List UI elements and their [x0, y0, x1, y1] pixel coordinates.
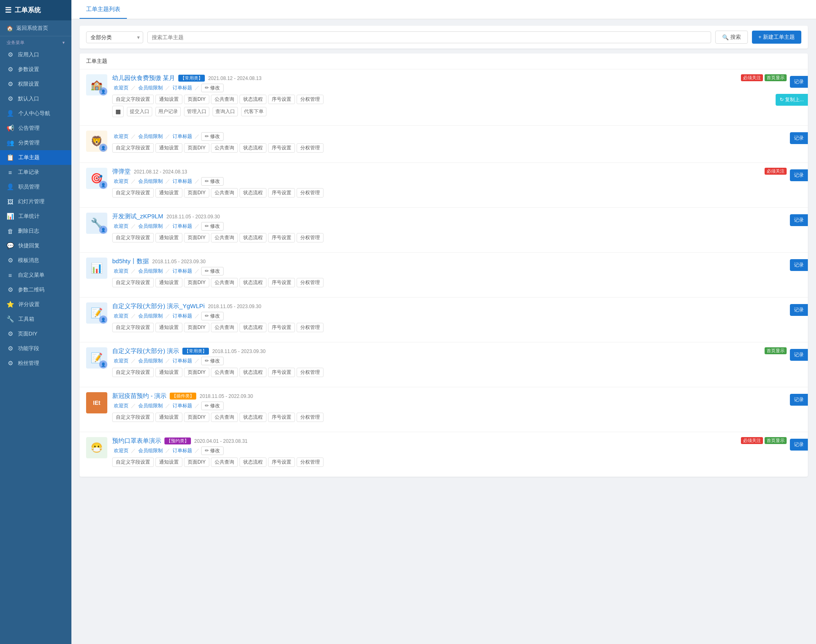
action-link[interactable]: 会员组限制 — [137, 177, 164, 186]
action-link[interactable]: 会员组限制 — [137, 312, 164, 320]
setting-btn[interactable]: 分权管理 — [297, 323, 324, 332]
sidebar-item-permission-settings[interactable]: ⚙权限设置 — [0, 77, 71, 91]
setting-btn[interactable]: 自定义字段设置 — [112, 413, 154, 422]
setting-btn[interactable]: 序号设置 — [268, 457, 295, 467]
setting-btn[interactable]: 序号设置 — [268, 95, 295, 104]
setting-btn[interactable]: 公共查询 — [211, 278, 238, 287]
sidebar-item-app-entry[interactable]: ⚙应用入口 — [0, 47, 71, 62]
topic-title[interactable]: 开发测试_zKP9LM — [112, 213, 163, 220]
setting-btn[interactable]: 公共查询 — [211, 188, 238, 198]
setting-btn[interactable]: 页面DIY — [184, 143, 209, 153]
setting-btn[interactable]: 自定义字段设置 — [112, 457, 154, 467]
sidebar-item-staff-mgmt[interactable]: 👤职员管理 — [0, 180, 71, 194]
action-link[interactable]: 订单标题 — [171, 222, 194, 231]
setting-btn[interactable]: 页面DIY — [184, 95, 209, 104]
action-link[interactable]: 会员组限制 — [137, 446, 164, 455]
action-link[interactable]: 订单标题 — [171, 267, 194, 275]
record-button[interactable]: 记录 — [790, 394, 808, 406]
record-button[interactable]: 记录 — [790, 304, 808, 316]
record-button[interactable]: 记录 — [790, 76, 808, 88]
setting-btn[interactable]: 状态流程 — [239, 188, 266, 198]
topic-title[interactable]: 预约口罩表单演示 — [112, 437, 161, 445]
topic-title[interactable]: 幼儿园伙食费预缴 某月 — [112, 74, 175, 82]
setting-btn[interactable]: 序号设置 — [268, 143, 295, 153]
action-link[interactable]: 欢迎页 — [112, 312, 130, 320]
setting-btn[interactable]: 页面DIY — [184, 323, 209, 332]
setting-btn[interactable]: 状态流程 — [239, 278, 266, 287]
action-link[interactable]: 订单标题 — [171, 177, 194, 186]
bottom-link[interactable]: 用户记录 — [155, 107, 181, 116]
setting-btn[interactable]: 分权管理 — [297, 233, 324, 242]
setting-btn[interactable]: 通知设置 — [155, 368, 182, 377]
setting-btn[interactable]: 通知设置 — [155, 457, 182, 467]
setting-btn[interactable]: 公共查询 — [211, 413, 238, 422]
search-input[interactable] — [147, 31, 711, 43]
edit-button[interactable]: ✏ 修改 — [201, 84, 224, 92]
sidebar-item-ticket-record[interactable]: ≡工单记录 — [0, 165, 71, 180]
setting-btn[interactable]: 序号设置 — [268, 233, 295, 242]
setting-btn[interactable]: 自定义字段设置 — [112, 95, 154, 104]
record-button[interactable]: 记录 — [790, 169, 808, 181]
setting-btn[interactable]: 公共查询 — [211, 143, 238, 153]
record-button[interactable]: 记录 — [790, 214, 808, 226]
topic-title[interactable]: 新冠疫苗预约 - 演示 — [112, 392, 166, 400]
bottom-link[interactable]: 提交入口 — [127, 107, 152, 116]
action-link[interactable]: 订单标题 — [171, 132, 194, 141]
edit-button[interactable]: ✏ 修改 — [201, 222, 224, 231]
setting-btn[interactable]: 通知设置 — [155, 323, 182, 332]
action-link[interactable]: 欢迎页 — [112, 177, 130, 186]
setting-btn[interactable]: 页面DIY — [184, 413, 209, 422]
setting-btn[interactable]: 通知设置 — [155, 278, 182, 287]
edit-button[interactable]: ✏ 修改 — [201, 312, 224, 320]
sidebar-item-param-settings[interactable]: ⚙参数设置 — [0, 62, 71, 77]
setting-btn[interactable]: 状态流程 — [239, 457, 266, 467]
sidebar-item-fan-mgmt[interactable]: ⚙粉丝管理 — [0, 356, 71, 371]
setting-btn[interactable]: 公共查询 — [211, 323, 238, 332]
tab-topic-list[interactable]: 工单主题列表 — [80, 0, 127, 19]
action-link[interactable]: 订单标题 — [171, 357, 194, 365]
action-link[interactable]: 会员组限制 — [137, 402, 164, 410]
record-button[interactable]: 记录 — [790, 132, 808, 144]
action-link[interactable]: 欢迎页 — [112, 222, 130, 231]
setting-btn[interactable]: 分权管理 — [297, 368, 324, 377]
action-link[interactable]: 会员组限制 — [137, 357, 164, 365]
sidebar-item-default-entry[interactable]: ⚙默认入口 — [0, 91, 71, 106]
sidebar-item-toolbox[interactable]: 🔧工具箱 — [0, 312, 71, 326]
action-link[interactable]: 欢迎页 — [112, 267, 130, 275]
setting-btn[interactable]: 序号设置 — [268, 323, 295, 332]
setting-btn[interactable]: 通知设置 — [155, 413, 182, 422]
setting-btn[interactable]: 状态流程 — [239, 143, 266, 153]
topic-title[interactable]: 弹弹堂 — [112, 168, 131, 175]
new-topic-button[interactable]: + 新建工单主题 — [752, 31, 801, 44]
sidebar-item-func-field[interactable]: ⚙功能字段 — [0, 341, 71, 356]
topic-title[interactable]: bd5hty丨数据 — [112, 258, 149, 265]
setting-btn[interactable]: 分权管理 — [297, 278, 324, 287]
setting-btn[interactable]: 页面DIY — [184, 188, 209, 198]
topic-title[interactable]: 自定义字段(大部分) 演示 — [112, 347, 179, 355]
setting-btn[interactable]: 分权管理 — [297, 413, 324, 422]
setting-btn[interactable]: 状态流程 — [239, 323, 266, 332]
setting-btn[interactable]: 页面DIY — [184, 233, 209, 242]
setting-btn[interactable]: 状态流程 — [239, 233, 266, 242]
setting-btn[interactable]: 状态流程 — [239, 413, 266, 422]
edit-button[interactable]: ✏ 修改 — [201, 267, 224, 275]
topic-title[interactable]: 自定义字段(大部分) 演示_YgWLPi — [112, 302, 205, 310]
edit-button[interactable]: ✏ 修改 — [201, 132, 224, 141]
setting-btn[interactable]: 自定义字段设置 — [112, 188, 154, 198]
action-link[interactable]: 欢迎页 — [112, 84, 130, 92]
setting-btn[interactable]: 序号设置 — [268, 188, 295, 198]
setting-btn[interactable]: 分权管理 — [297, 95, 324, 104]
setting-btn[interactable]: 状态流程 — [239, 95, 266, 104]
setting-btn[interactable]: 序号设置 — [268, 278, 295, 287]
category-select[interactable]: 全部分类 — [86, 31, 143, 43]
setting-btn[interactable]: 状态流程 — [239, 368, 266, 377]
record-button[interactable]: 记录 — [790, 439, 808, 451]
action-link[interactable]: 会员组限制 — [137, 84, 164, 92]
edit-button[interactable]: ✏ 修改 — [201, 446, 224, 455]
setting-btn[interactable]: 通知设置 — [155, 95, 182, 104]
search-button[interactable]: 🔍 搜索 — [715, 31, 748, 44]
sidebar-item-template-msg[interactable]: ⚙模板消息 — [0, 253, 71, 268]
setting-btn[interactable]: 分权管理 — [297, 457, 324, 467]
action-link[interactable]: 会员组限制 — [137, 267, 164, 275]
action-link[interactable]: 欢迎页 — [112, 132, 130, 141]
